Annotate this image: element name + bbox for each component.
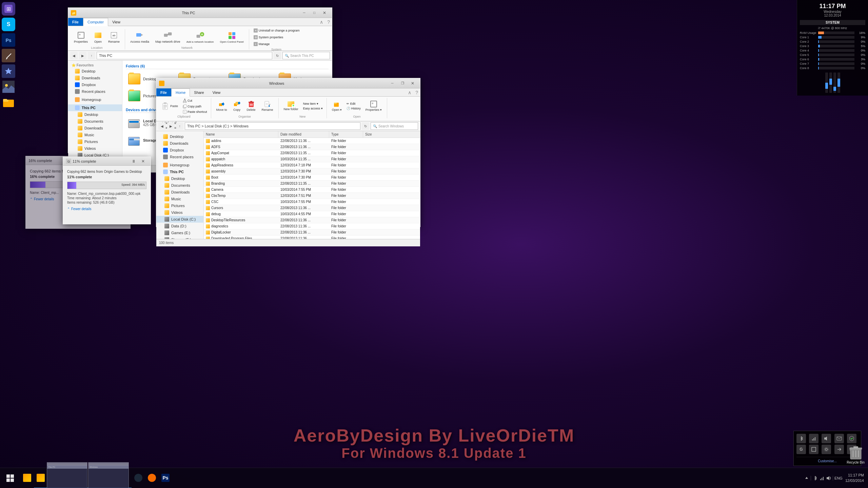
edit-button[interactable]: ✏ Edit	[346, 102, 362, 106]
minimize-button[interactable]: ─	[299, 9, 309, 16]
table-row[interactable]: Branding 22/08/2013 11:35 ... File folde…	[204, 181, 420, 187]
taskbar-btn-photoshop[interactable]: Ps	[159, 468, 172, 488]
paste-shortcut-button[interactable]: ⤵ Paste shortcut	[182, 109, 208, 114]
col-size[interactable]: Size	[363, 131, 420, 138]
table-row[interactable]: CSC 10/03/2014 7:55 PM File folder	[204, 199, 420, 205]
windows-path[interactable]: This PC > Local Disk (C:) > Windows	[185, 122, 360, 130]
clock[interactable]: 11:17 PM 12/03/2014	[845, 473, 864, 483]
help-button[interactable]: ?	[325, 18, 332, 26]
table-row[interactable]: AppReadiness 12/03/2014 7:18 PM File fol…	[204, 162, 420, 168]
win-nav-this-pc[interactable]: This PC	[156, 168, 203, 175]
tray-popup-g[interactable]: G	[796, 445, 806, 454]
delete-button[interactable]: Delete	[244, 99, 258, 113]
manage-button[interactable]: ≡ Manage	[252, 41, 301, 47]
win-minimize[interactable]: ─	[388, 80, 397, 87]
tray-popup-network[interactable]	[809, 434, 818, 443]
history-button[interactable]: 🕐 History	[346, 106, 362, 110]
win-nav-pc-desktop[interactable]: Desktop	[156, 175, 203, 182]
start-button[interactable]	[0, 468, 20, 488]
table-row[interactable]: ADFS 22/08/2013 11:36 ... File folder	[204, 144, 420, 150]
nav-pc-docs[interactable]: Documents	[68, 118, 122, 125]
tray-popup-mail[interactable]	[834, 434, 844, 443]
network-tray-icon[interactable]	[819, 475, 825, 481]
table-row[interactable]: DesktopTileResources 22/08/2013 11:36 ..…	[204, 217, 420, 223]
desktop-icon-star[interactable]	[2, 64, 15, 78]
nav-desktop[interactable]: Desktop	[68, 68, 122, 75]
open-file-button[interactable]: Open ▾	[330, 99, 344, 113]
table-row[interactable]: Downloaded Program Files 22/08/2013 11:3…	[204, 236, 420, 239]
copy-fg-pause[interactable]: ⏸	[129, 158, 138, 165]
new-item-button[interactable]: New item ▾	[302, 102, 324, 106]
win-refresh[interactable]: ↻	[362, 122, 369, 130]
table-row[interactable]: DigitalLocker 22/08/2013 11:36 ... File …	[204, 229, 420, 236]
nav-pc-downloads[interactable]: Downloads	[68, 125, 122, 131]
desktop-icon-pencil[interactable]	[2, 49, 15, 62]
win-help-button[interactable]: ?	[413, 88, 420, 96]
win-nav-downloads[interactable]: Downloads	[156, 140, 203, 147]
uninstall-button[interactable]: ✕ Uninstall or change a program	[252, 27, 301, 34]
win-nav-games[interactable]: Games (E:)	[156, 229, 203, 236]
win-nav-data[interactable]: Data (D:)	[156, 223, 203, 229]
nav-pc-music[interactable]: Music	[68, 131, 122, 138]
windows-titlebar[interactable]: Windows ─ ❐ ✕	[156, 78, 420, 88]
win-nav-music[interactable]: Music	[156, 196, 203, 202]
win-nav-local-disk[interactable]: Local Disk (C:)	[156, 216, 203, 223]
paste-button[interactable]: Paste	[160, 100, 180, 112]
win-tab-share[interactable]: Share	[190, 88, 208, 96]
bluetooth-icon[interactable]	[812, 475, 818, 481]
win-nav-videos[interactable]: Videos	[156, 209, 203, 216]
table-row[interactable]: addins 22/08/2013 11:36 ... File folder	[204, 138, 420, 144]
table-row[interactable]: assembly 12/03/2014 7:30 PM File folder	[204, 168, 420, 175]
nav-pc-pictures[interactable]: Pictures	[68, 138, 122, 145]
taskbar-btn-steam[interactable]	[132, 468, 145, 488]
refresh-button[interactable]: ↻	[274, 52, 281, 59]
forward-button[interactable]: ▶	[79, 52, 86, 59]
volume-icon[interactable]	[826, 475, 831, 481]
nav-downloads[interactable]: Downloads	[68, 75, 122, 81]
win-nav-pictures[interactable]: Pictures	[156, 202, 203, 209]
table-row[interactable]: Camera 10/03/2014 7:55 PM File folder	[204, 187, 420, 193]
search-box[interactable]: 🔍 Search This PC	[282, 52, 330, 59]
taskbar-btn-explorer[interactable]	[20, 468, 34, 488]
ribbon-collapse[interactable]: ∧	[318, 18, 325, 26]
col-type[interactable]: Type	[329, 131, 363, 138]
rename-file-button[interactable]: Rename	[259, 99, 276, 113]
nav-recent[interactable]: Recent places	[68, 88, 122, 95]
open-button[interactable]: Open	[92, 29, 104, 45]
recycle-bin[interactable]: Recycle Bin	[847, 445, 865, 464]
win-nav-pc-downloads[interactable]: Downloads	[156, 189, 203, 196]
win-search-box[interactable]: 🔍 Search Windows	[371, 122, 418, 130]
table-row[interactable]: diagnostics 22/08/2013 11:36 ... File fo…	[204, 223, 420, 229]
win-restore[interactable]: ❐	[398, 80, 407, 87]
tab-file[interactable]: File	[68, 18, 83, 26]
win-tab-home[interactable]: Home	[171, 88, 190, 97]
address-path[interactable]: This PC	[97, 52, 272, 59]
tray-popup-square[interactable]	[809, 445, 818, 454]
col-name[interactable]: Name	[204, 131, 278, 138]
add-network-button[interactable]: + Add a network location	[184, 30, 216, 45]
up-button[interactable]: ↑	[88, 52, 95, 59]
tray-popup-arrow[interactable]	[834, 445, 844, 454]
rename-button[interactable]: ab Rename	[106, 29, 122, 45]
copy-fg-close[interactable]: ✕	[138, 158, 148, 165]
control-panel-button[interactable]: Open Control Panel	[218, 30, 246, 45]
this-pc-titlebar[interactable]: 📁 This PC ─ □ ✕	[68, 8, 332, 18]
taskbar-btn-origin[interactable]	[145, 468, 159, 488]
copy-to-button[interactable]: 11% complete Copy	[231, 99, 243, 113]
win-forward[interactable]: ▶	[167, 122, 175, 130]
cut-button[interactable]: Cut	[182, 98, 208, 103]
map-network-button[interactable]: Map network drive	[153, 29, 183, 45]
move-to-button[interactable]: Move to	[214, 99, 230, 113]
table-row[interactable]: apppatch 10/03/2014 11:35 ... File folde…	[204, 156, 420, 162]
table-row[interactable]: CbsTemp 12/03/2014 7:51 PM File folder	[204, 193, 420, 199]
tray-popup-security[interactable]	[847, 434, 856, 443]
win-back[interactable]: ◀	[158, 122, 166, 130]
desktop-icon-skype[interactable]: S	[2, 18, 15, 31]
tray-chevron-icon[interactable]	[804, 475, 809, 481]
tray-popup-volume[interactable]	[822, 434, 831, 443]
table-row[interactable]: Cursors 22/08/2013 11:36 ... File folder	[204, 205, 420, 211]
win-tab-file[interactable]: File	[156, 88, 171, 96]
desktop-icon-folder[interactable]	[2, 96, 15, 109]
nav-dropbox[interactable]: Dropbox	[68, 81, 122, 88]
win-nav-storage[interactable]: Storage (F:)	[156, 236, 203, 239]
